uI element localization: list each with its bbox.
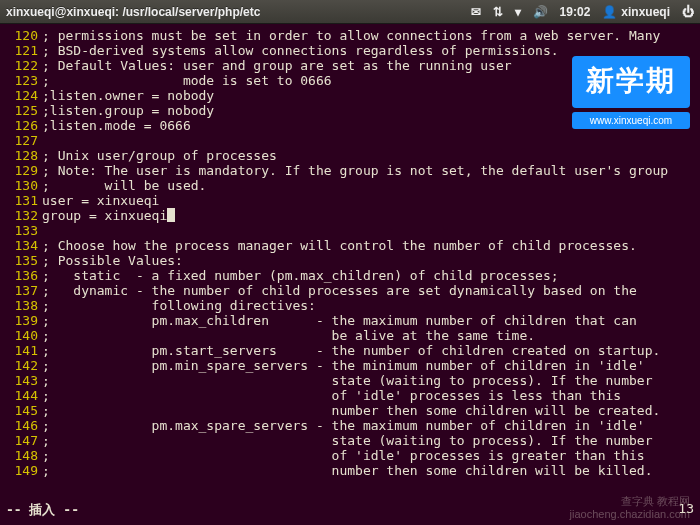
text-cursor	[167, 208, 175, 222]
code-line[interactable]: 146; pm.max_spare_servers - the maximum …	[6, 418, 694, 433]
code-line[interactable]: 134; Choose how the process manager will…	[6, 238, 694, 253]
line-text: ;listen.mode = 0666	[42, 118, 191, 133]
code-line[interactable]: 140; be alive at the same time.	[6, 328, 694, 343]
line-text: ; permissions must be set in order to al…	[42, 28, 660, 43]
line-text: ; Choose how the process manager will co…	[42, 238, 637, 253]
line-number: 131	[6, 193, 42, 208]
speaker-icon[interactable]: 🔊	[533, 5, 548, 19]
line-text: ; be alive at the same time.	[42, 328, 535, 343]
line-text: ; will be used.	[42, 178, 206, 193]
line-number: 149	[6, 463, 42, 478]
code-line[interactable]: 131user = xinxueqi	[6, 193, 694, 208]
line-number: 135	[6, 253, 42, 268]
line-number: 144	[6, 388, 42, 403]
line-text: ; following directives:	[42, 298, 316, 313]
code-line[interactable]: 135; Possible Values:	[6, 253, 694, 268]
line-text: ; Default Values: user and group are set…	[42, 58, 512, 73]
mail-icon[interactable]: ✉	[471, 5, 481, 19]
code-line[interactable]: 128; Unix user/group of processes	[6, 148, 694, 163]
line-number: 137	[6, 283, 42, 298]
line-text: ; state (waiting to process). If the num…	[42, 433, 652, 448]
line-number: 130	[6, 178, 42, 193]
line-text: ; pm.max_children - the maximum number o…	[42, 313, 637, 328]
code-line[interactable]: 130; will be used.	[6, 178, 694, 193]
line-number: 148	[6, 448, 42, 463]
user-menu[interactable]: 👤 xinxueqi	[602, 5, 670, 19]
line-number: 139	[6, 313, 42, 328]
user-name: xinxueqi	[621, 5, 670, 19]
line-text: ; mode is set to 0666	[42, 73, 332, 88]
line-text: ; of 'idle' processes is greater than th…	[42, 448, 645, 463]
line-number: 123	[6, 73, 42, 88]
code-line[interactable]: 149; number then some children will be k…	[6, 463, 694, 478]
code-line[interactable]: 145; number then some children will be c…	[6, 403, 694, 418]
system-tray: ✉ ⇅ ▾ 🔊 19:02 👤 xinxueqi ⏻	[471, 5, 694, 19]
watermark-url: www.xinxueqi.com	[572, 112, 690, 129]
line-text: ; pm.min_spare_servers - the minimum num…	[42, 358, 645, 373]
line-text: ;listen.group = nobody	[42, 103, 214, 118]
line-number: 142	[6, 358, 42, 373]
line-text: ; pm.start_servers - the number of child…	[42, 343, 660, 358]
line-text: ; pm.max_spare_servers - the maximum num…	[42, 418, 645, 433]
line-number: 141	[6, 343, 42, 358]
line-text: ; static - a fixed number (pm.max_childr…	[42, 268, 559, 283]
code-line[interactable]: 136; static - a fixed number (pm.max_chi…	[6, 268, 694, 283]
line-number: 147	[6, 433, 42, 448]
line-number: 133	[6, 223, 42, 238]
line-number: 120	[6, 28, 42, 43]
code-line[interactable]: 148; of 'idle' processes is greater than…	[6, 448, 694, 463]
vim-mode: -- 插入 --	[6, 501, 79, 519]
line-text: ; Possible Values:	[42, 253, 183, 268]
line-number: 138	[6, 298, 42, 313]
code-line[interactable]: 132group = xinxueqi	[6, 208, 694, 223]
line-text: ; state (waiting to process). If the num…	[42, 373, 652, 388]
line-number: 121	[6, 43, 42, 58]
line-number: 128	[6, 148, 42, 163]
line-text: user = xinxueqi	[42, 193, 159, 208]
line-number: 146	[6, 418, 42, 433]
line-text: ;listen.owner = nobody	[42, 88, 214, 103]
code-line[interactable]: 147; state (waiting to process). If the …	[6, 433, 694, 448]
code-line[interactable]: 127	[6, 133, 694, 148]
watermark-bottom-line2: jiaocheng.chazidian.com	[570, 508, 690, 521]
network-updown-icon[interactable]: ⇅	[493, 5, 503, 19]
line-text: ; dynamic - the number of child processe…	[42, 283, 637, 298]
code-line[interactable]: 137; dynamic - the number of child proce…	[6, 283, 694, 298]
window-title: xinxueqi@xinxueqi: /usr/local/server/php…	[6, 5, 471, 19]
line-text: ; of 'idle' processes is less than this	[42, 388, 621, 403]
watermark-bottom: 查字典 教程网 jiaocheng.chazidian.com	[570, 495, 690, 521]
code-line[interactable]: 133	[6, 223, 694, 238]
watermark-bottom-line1: 查字典 教程网	[570, 495, 690, 508]
line-number: 126	[6, 118, 42, 133]
line-number: 132	[6, 208, 42, 223]
line-number: 136	[6, 268, 42, 283]
line-text: ; Note: The user is mandatory. If the gr…	[42, 163, 668, 178]
line-text: ; Unix user/group of processes	[42, 148, 277, 163]
watermark-badge: 新学期 www.xinxueqi.com	[572, 56, 690, 129]
line-number: 134	[6, 238, 42, 253]
wifi-icon[interactable]: ▾	[515, 5, 521, 19]
code-line[interactable]: 138; following directives:	[6, 298, 694, 313]
code-line[interactable]: 141; pm.start_servers - the number of ch…	[6, 343, 694, 358]
power-icon[interactable]: ⏻	[682, 5, 694, 19]
line-number: 145	[6, 403, 42, 418]
line-number: 125	[6, 103, 42, 118]
person-icon: 👤	[602, 5, 617, 19]
line-number: 143	[6, 373, 42, 388]
line-number: 129	[6, 163, 42, 178]
line-text: group = xinxueqi	[42, 208, 167, 223]
code-line[interactable]: 129; Note: The user is mandatory. If the…	[6, 163, 694, 178]
code-line[interactable]: 142; pm.min_spare_servers - the minimum …	[6, 358, 694, 373]
line-text: ; BSD-derived systems allow connections …	[42, 43, 559, 58]
code-line[interactable]: 143; state (waiting to process). If the …	[6, 373, 694, 388]
clock[interactable]: 19:02	[560, 5, 591, 19]
line-number: 124	[6, 88, 42, 103]
line-text: ; number then some children will be kill…	[42, 463, 652, 478]
line-number: 127	[6, 133, 42, 148]
code-line[interactable]: 144; of 'idle' processes is less than th…	[6, 388, 694, 403]
line-number: 140	[6, 328, 42, 343]
code-line[interactable]: 120; permissions must be set in order to…	[6, 28, 694, 43]
gnome-top-bar: xinxueqi@xinxueqi: /usr/local/server/php…	[0, 0, 700, 24]
code-line[interactable]: 139; pm.max_children - the maximum numbe…	[6, 313, 694, 328]
line-number: 122	[6, 58, 42, 73]
